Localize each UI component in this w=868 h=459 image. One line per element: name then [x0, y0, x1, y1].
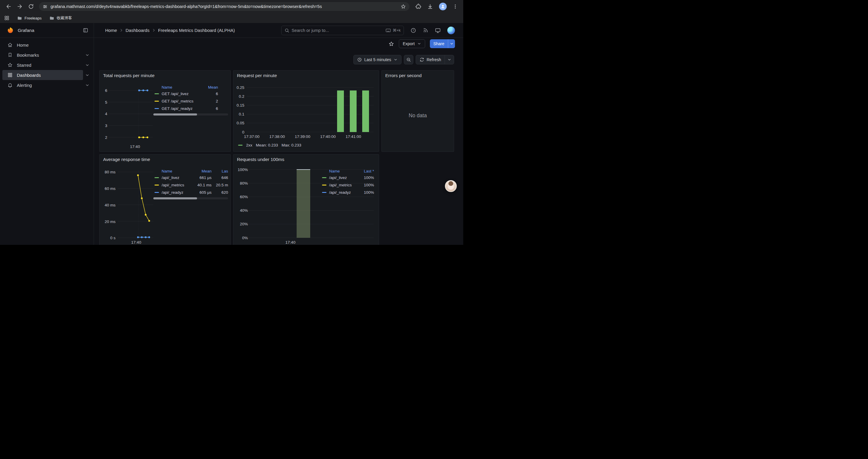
series-last: 646	[212, 175, 228, 180]
panel-title[interactable]: Total requests per minute	[103, 73, 155, 78]
help-icon[interactable]: ?	[410, 28, 416, 33]
share-menu-button[interactable]	[448, 39, 455, 48]
topnav-icons: ?	[410, 27, 455, 34]
chevron-down-icon[interactable]	[83, 53, 91, 57]
browser-toolbar-right	[414, 3, 460, 10]
extensions-icon[interactable]	[415, 4, 421, 9]
bookmark-folder-freeleaps[interactable]: Freeleaps	[17, 15, 42, 21]
legend-col-last[interactable]: Last *	[358, 169, 374, 173]
search-shortcut: ⌘+k	[385, 28, 401, 32]
breadcrumb: Home Dashboards Freeleaps Metrics Dashbo…	[105, 28, 235, 33]
legend-col-mean[interactable]: Mean	[203, 85, 218, 90]
legend-col-name[interactable]: Name	[153, 169, 193, 173]
chevron-down-icon[interactable]	[83, 83, 91, 88]
series-mean: 605 µs	[193, 190, 212, 195]
monitor-icon[interactable]	[435, 28, 441, 33]
x-axis: 17:37:00 17:38:00 17:39:00 17:40:00 17:4…	[247, 134, 374, 140]
sidebar: Grafana Home Bookmarks Starred	[0, 23, 94, 245]
series-name[interactable]: GET /api/_readyz	[162, 106, 203, 111]
bookmark-label: 收藏博客	[57, 15, 72, 21]
legend-row: /api/_readyz 100%	[321, 189, 374, 196]
chevron-down-icon[interactable]	[83, 63, 91, 67]
no-data-message: No data	[382, 71, 454, 152]
panel-average-response-time: Average response time 80 ms 60 ms 40 ms …	[99, 154, 231, 245]
back-arrow-icon	[6, 4, 11, 9]
browser-profile-avatar[interactable]	[439, 3, 447, 10]
scrollbar-thumb[interactable]	[153, 113, 197, 116]
series-last: 100%	[358, 175, 374, 180]
breadcrumb-dashboards[interactable]: Dashboards	[126, 28, 150, 33]
legend-col-name[interactable]: Name	[321, 169, 358, 173]
url-text[interactable]: grafana.mathmast.com/d/deytv4rwavabkb/fr…	[51, 4, 398, 9]
legend-scrollbar[interactable]	[153, 197, 228, 199]
series-name[interactable]: 2xx	[246, 143, 252, 147]
zoom-out-icon	[406, 57, 411, 62]
series-name[interactable]: GET /api/_metrics	[162, 99, 203, 103]
series-max: Max: 0.233	[282, 143, 301, 147]
legend-scrollbar[interactable]	[153, 113, 228, 116]
bookmark-star-icon[interactable]	[401, 4, 406, 9]
refresh-interval-button[interactable]	[445, 55, 454, 64]
legend: 2xx Mean: 0.233 Max: 0.233	[238, 143, 301, 147]
apps-grid-icon[interactable]	[4, 15, 9, 21]
sidebar-menu: Home Bookmarks Starred	[0, 38, 94, 90]
y-axis: 80 ms 60 ms 40 ms 20 ms 0 s	[99, 155, 116, 245]
search-input[interactable]: Search or jump to... ⌘+k	[281, 26, 404, 35]
series-color-icon	[322, 192, 327, 193]
favorite-star-icon[interactable]	[389, 41, 394, 47]
series-name[interactable]: GET /api/_livez	[162, 92, 203, 96]
sidebar-item-alerting: Alerting	[2, 80, 91, 90]
series-name[interactable]: /api/_livez	[329, 175, 358, 180]
legend-col-name[interactable]: Name	[153, 85, 203, 90]
main-area: Home Dashboards Freeleaps Metrics Dashbo…	[94, 23, 463, 245]
legend-table: Name Mean Las /api/_livez 661 µs 646 /ap…	[153, 168, 228, 199]
profile-avatar[interactable]	[447, 27, 455, 34]
forward-button[interactable]	[15, 1, 25, 11]
chevron-down-icon	[417, 42, 421, 46]
series-last: 100%	[358, 183, 374, 187]
chevron-right-icon	[119, 28, 123, 32]
breadcrumb-home[interactable]: Home	[105, 28, 117, 33]
site-info-icon[interactable]	[42, 4, 48, 9]
rss-icon[interactable]	[423, 28, 428, 33]
refresh-split-button: Refresh	[416, 55, 454, 64]
series-name[interactable]: /api/_readyz	[162, 190, 193, 195]
legend-col-mean[interactable]: Mean	[193, 169, 212, 173]
reload-button[interactable]	[26, 1, 36, 11]
breadcrumb-current[interactable]: Freeleaps Metrics Dashboard (ALPHA)	[158, 28, 235, 33]
series-color-icon	[238, 145, 243, 145]
browser-menu-icon[interactable]	[453, 4, 458, 9]
downloads-icon[interactable]	[427, 4, 433, 9]
series-name[interactable]: /api/_metrics	[162, 183, 193, 187]
chevron-down-icon[interactable]	[83, 73, 91, 77]
y-axis: 100% 80% 60% 40% 20% 0%	[234, 155, 248, 245]
url-bar[interactable]: grafana.mathmast.com/d/deytv4rwavabkb/fr…	[39, 2, 409, 11]
floating-avatar[interactable]	[445, 180, 457, 192]
export-button[interactable]: Export	[399, 39, 425, 48]
chevron-right-icon	[152, 28, 156, 32]
x-axis-label: 17:40	[130, 144, 140, 149]
series-mean: 6	[203, 106, 218, 111]
series-name[interactable]: /api/_readyz	[329, 190, 358, 195]
sidebar-header: Grafana	[0, 23, 94, 38]
grafana-logo[interactable]	[6, 27, 14, 34]
back-button[interactable]	[4, 1, 13, 11]
zoom-out-button[interactable]	[404, 55, 413, 64]
scrollbar-thumb[interactable]	[153, 197, 197, 199]
top-navigation: Home Dashboards Freeleaps Metrics Dashbo…	[94, 23, 463, 38]
dock-menu-icon[interactable]	[83, 28, 88, 33]
legend-col-last[interactable]: Las	[212, 169, 228, 173]
series-name[interactable]: /api/_livez	[162, 175, 193, 180]
sidebar-item-dashboards: Dashboards	[2, 70, 91, 80]
time-controls: Last 5 minutes Refresh	[353, 55, 454, 64]
refresh-button[interactable]: Refresh	[416, 55, 445, 64]
keyboard-icon	[385, 28, 391, 32]
series-name[interactable]: /api/_metrics	[329, 183, 358, 187]
bookmark-folder-blogs[interactable]: 收藏博客	[49, 15, 72, 21]
panel-requests-under-100ms: Requests under 100ms 100% 80% 60% 40% 20…	[233, 154, 379, 245]
time-range-picker[interactable]: Last 5 minutes	[353, 55, 402, 64]
refresh-icon	[420, 57, 424, 62]
series-last: 20.5 m	[212, 183, 228, 187]
series-mean: 2	[203, 99, 218, 103]
share-button[interactable]: Share	[430, 39, 448, 48]
